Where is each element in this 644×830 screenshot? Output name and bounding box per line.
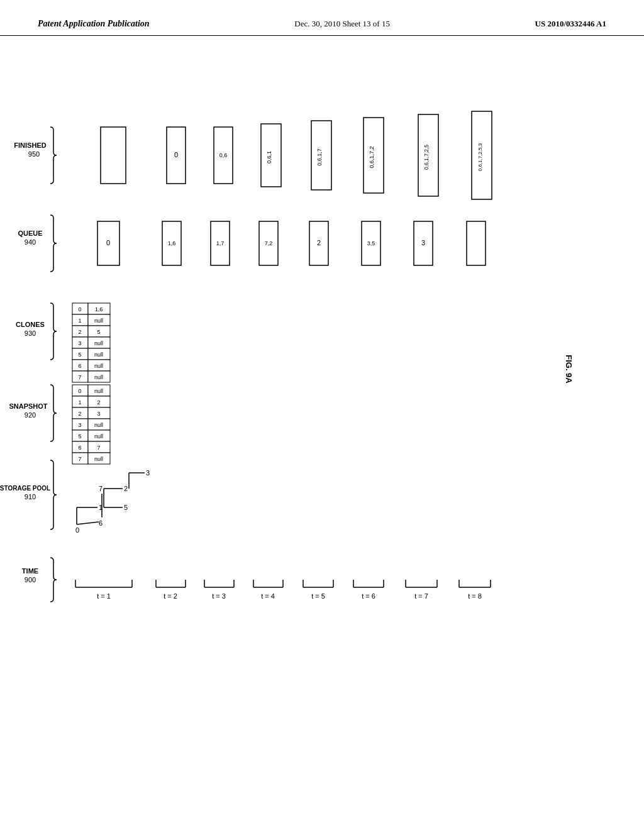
svg-text:null: null	[94, 318, 103, 324]
svg-text:1: 1	[78, 318, 81, 324]
storage-pool-tree: 0 1 2 3 5 6 7	[75, 469, 150, 534]
svg-text:t = 7: t = 7	[414, 592, 428, 600]
svg-text:t = 4: t = 4	[261, 592, 275, 600]
queue-label: QUEUE	[18, 230, 42, 237]
svg-text:2: 2	[124, 485, 128, 492]
queue-number: 940	[25, 238, 36, 246]
svg-text:t = 1: t = 1	[97, 592, 111, 600]
finished-number: 950	[28, 150, 40, 158]
svg-text:2: 2	[97, 399, 100, 406]
publication-number: US 2010/0332446 A1	[535, 19, 606, 29]
time-bracket-t8: t = 8	[459, 580, 491, 600]
finished-t8-label: 0,6,1,7,2,5,3	[477, 143, 483, 171]
svg-text:0: 0	[78, 388, 81, 394]
svg-text:t = 3: t = 3	[212, 592, 226, 600]
svg-text:6: 6	[78, 363, 81, 369]
clones-label: CLONES	[16, 321, 45, 328]
diagram-area: FINISHED 950 QUEUE 940 CLONES 930 SNAPSH…	[0, 42, 644, 797]
finished-brace	[50, 127, 57, 184]
time-label: TIME	[22, 567, 38, 575]
snapshot-brace	[50, 385, 57, 441]
svg-text:1: 1	[78, 399, 81, 406]
queue-t3-label: 1,7	[216, 240, 225, 246]
svg-text:t = 6: t = 6	[362, 592, 375, 600]
snapshot-number: 920	[25, 411, 36, 419]
time-bracket-t7: t = 7	[406, 580, 437, 600]
finished-t5-label: 0,6,1,7	[316, 148, 323, 166]
finished-t6-label: 0,6,1,7,2	[369, 146, 375, 168]
time-bracket-t1: t = 1	[75, 580, 132, 600]
svg-text:2: 2	[78, 411, 81, 417]
clones-table: 0 1,6 1 null 2 5 3 null 5 null 6 null 7 …	[72, 303, 110, 382]
finished-t3-label: 0,6	[219, 152, 228, 158]
svg-text:7: 7	[78, 374, 81, 380]
time-bracket-t5: t = 5	[303, 580, 333, 600]
svg-text:5: 5	[124, 504, 128, 511]
svg-text:null: null	[94, 456, 103, 462]
fig-label: FIG. 9A	[564, 355, 574, 384]
queue-t5-label: 2	[317, 239, 321, 246]
svg-text:6: 6	[78, 445, 81, 451]
svg-text:7: 7	[97, 445, 100, 451]
page-header: Patent Application Publication Dec. 30, …	[0, 0, 644, 36]
finished-t4-label: 0,6,1	[266, 151, 272, 163]
svg-text:5: 5	[97, 329, 100, 335]
svg-text:null: null	[94, 433, 103, 440]
svg-text:5: 5	[78, 433, 81, 440]
time-number: 900	[25, 576, 36, 584]
svg-text:null: null	[94, 388, 103, 394]
svg-text:5: 5	[78, 351, 81, 358]
svg-text:null: null	[94, 374, 103, 380]
svg-text:3: 3	[146, 469, 150, 477]
queue-t1-label: 0	[106, 239, 110, 246]
svg-text:7: 7	[78, 456, 81, 462]
time-bracket-t6: t = 6	[353, 580, 384, 600]
svg-text:2: 2	[78, 329, 81, 335]
publication-date-sheet: Dec. 30, 2010 Sheet 13 of 15	[294, 19, 390, 29]
finished-t2-label: 0	[174, 151, 178, 158]
time-brace	[50, 558, 57, 602]
clones-brace	[50, 303, 57, 360]
svg-text:7: 7	[99, 485, 103, 492]
snapshot-table: 0 null 1 2 2 3 3 null 5 null 6 7 7 null	[72, 385, 110, 464]
time-bracket-t3: t = 3	[204, 580, 234, 600]
queue-t4-label: 7,2	[265, 240, 273, 246]
storage-pool-number: 910	[25, 493, 36, 501]
svg-text:3: 3	[97, 411, 100, 417]
svg-text:3: 3	[78, 340, 81, 346]
svg-text:3: 3	[78, 422, 81, 428]
svg-text:1,6: 1,6	[95, 306, 103, 313]
finished-label: FINISHED	[14, 141, 46, 149]
snapshot-label: SNAPSHOT	[9, 402, 47, 410]
svg-text:0: 0	[75, 526, 79, 534]
queue-brace	[50, 215, 57, 272]
svg-text:null: null	[94, 340, 103, 346]
time-bracket-t4: t = 4	[253, 580, 283, 600]
svg-text:t = 2: t = 2	[164, 592, 177, 600]
queue-box-t8	[467, 221, 486, 265]
finished-box-t1	[101, 127, 126, 184]
storage-pool-label: STORAGE POOL	[0, 485, 50, 492]
svg-text:null: null	[94, 351, 103, 358]
clones-number: 930	[25, 329, 36, 337]
svg-text:null: null	[94, 422, 103, 428]
svg-text:6: 6	[99, 519, 103, 527]
svg-text:t = 8: t = 8	[468, 592, 482, 600]
queue-t6-label: 3,5	[367, 240, 375, 246]
svg-text:null: null	[94, 363, 103, 369]
svg-text:0: 0	[78, 306, 81, 313]
publication-title: Patent Application Publication	[38, 19, 150, 29]
svg-text:t = 5: t = 5	[311, 592, 325, 600]
finished-t7-label: 0,6,1,7,2,5	[423, 145, 430, 170]
main-diagram-svg: FINISHED 950 QUEUE 940 CLONES 930 SNAPSH…	[0, 42, 644, 797]
queue-t2-label: 1,6	[168, 240, 176, 246]
storage-pool-brace	[50, 460, 57, 529]
svg-line-70	[77, 522, 99, 524]
queue-t7-label: 3	[421, 239, 425, 246]
time-bracket-t2: t = 2	[156, 580, 186, 600]
